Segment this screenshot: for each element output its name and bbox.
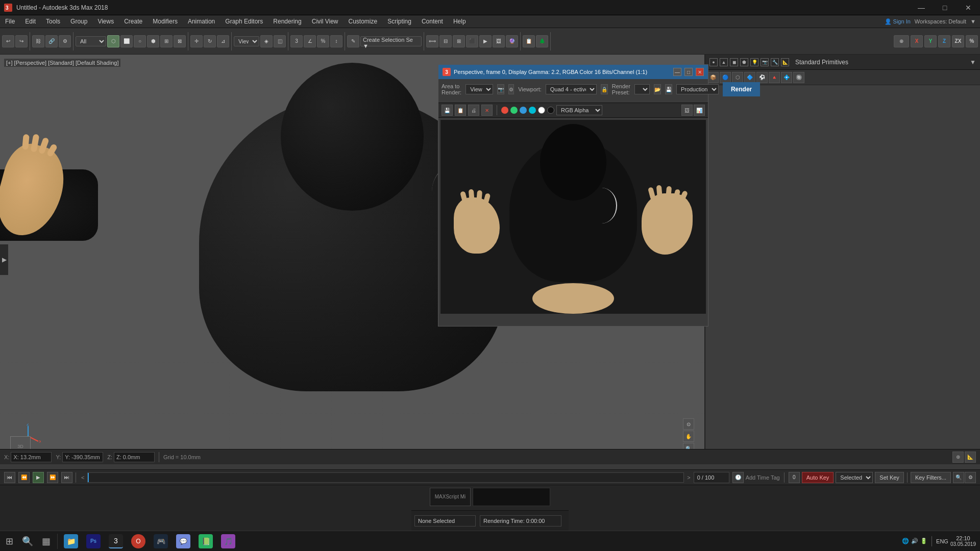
snap-angle[interactable]: ∠ <box>304 35 316 47</box>
workspaces-dropdown[interactable]: ▼ <box>970 18 976 24</box>
color-channel-white[interactable] <box>538 107 545 114</box>
menu-file[interactable]: File <box>0 15 20 28</box>
area-to-render-combo[interactable]: View <box>465 84 493 94</box>
icon-panel-btn-4[interactable]: 🔷 <box>744 72 755 83</box>
scene-explorer-btn[interactable]: 🌲 <box>536 35 548 47</box>
prim-icon-4[interactable]: ⬟ <box>740 58 748 66</box>
menu-edit[interactable]: Edit <box>20 15 41 28</box>
transform-gizmo[interactable]: ⊕ <box>894 35 909 47</box>
next-frame-btn[interactable]: ⏩ <box>47 472 58 483</box>
maxscript-input[interactable] <box>473 488 550 506</box>
render-preset-btn-1[interactable]: 📂 <box>654 84 661 94</box>
key-mode-btn[interactable]: 0 <box>789 472 800 483</box>
snap-spinner[interactable]: ↕ <box>330 35 342 47</box>
icon-panel-btn-8[interactable]: 🔘 <box>793 72 804 83</box>
timeline-track[interactable] <box>87 472 684 483</box>
search-taskbar-btn[interactable]: 🔍 <box>18 532 37 550</box>
bind-space-warp[interactable]: ⚙ <box>59 35 71 47</box>
render-print-icon[interactable]: 🖨 <box>468 105 479 116</box>
render-setup-btn[interactable]: ⬛ <box>466 35 478 47</box>
percent-snap[interactable]: % <box>966 35 978 47</box>
menu-customize[interactable]: Customize <box>344 15 383 28</box>
prim-icon-1[interactable]: ● <box>709 58 718 66</box>
taskbar-app-misc2[interactable]: 🎵 <box>217 532 239 550</box>
render-copy-icon[interactable]: 📋 <box>455 105 466 116</box>
render-save-icon[interactable]: 💾 <box>442 105 453 116</box>
color-channel-black[interactable] <box>547 107 554 114</box>
snap-percent[interactable]: % <box>317 35 329 47</box>
menu-modifiers[interactable]: Modifiers <box>148 15 183 28</box>
menu-content[interactable]: Content <box>416 15 448 28</box>
color-channel-cyan[interactable] <box>529 107 536 114</box>
select-region-fence[interactable]: ⬢ <box>147 35 159 47</box>
task-view-btn[interactable]: ▦ <box>37 532 55 550</box>
timeline-next-arrow[interactable]: > <box>687 474 690 481</box>
menu-group[interactable]: Group <box>65 15 92 28</box>
menu-graph-editors[interactable]: Graph Editors <box>220 15 268 28</box>
redo-button[interactable]: ↪ <box>15 35 28 47</box>
icon-panel-btn-2[interactable]: 🔵 <box>720 72 731 83</box>
select-object-tool[interactable]: ⬡ <box>107 35 119 47</box>
goto-start-btn[interactable]: ⏮ <box>4 472 15 483</box>
undo-button[interactable]: ↩ <box>2 35 14 47</box>
window-crossing[interactable]: ⊞ <box>160 35 173 47</box>
menu-tools[interactable]: Tools <box>41 15 65 28</box>
render-preset-btn-2[interactable]: 💾 <box>665 84 672 94</box>
set-key-btn[interactable]: Set Key <box>875 472 904 483</box>
selected-combo[interactable]: Selected <box>836 472 873 483</box>
axis-y[interactable]: Y <box>924 35 937 47</box>
transform-icon-1[interactable]: ⊕ <box>952 452 964 463</box>
auto-key-btn[interactable]: Auto Key <box>802 472 834 483</box>
minimize-button[interactable]: — <box>910 0 933 15</box>
align-btn[interactable]: ⊟ <box>439 35 452 47</box>
lock-icon[interactable]: 🔒 <box>601 84 608 94</box>
select-rotate-tool[interactable]: ↻ <box>204 35 216 47</box>
render-dialog-maximize[interactable]: □ <box>684 68 693 76</box>
prim-icon-2[interactable]: ▲ <box>720 58 728 66</box>
edit-named-selections[interactable]: ✎ <box>347 35 359 47</box>
viewport-combo[interactable]: Quad 4 - ective <box>546 84 597 94</box>
menu-help[interactable]: Help <box>448 15 471 28</box>
icon-panel-btn-5[interactable]: ⚽ <box>756 72 768 83</box>
create-selection-set-combo[interactable]: Create Selection Se ▼ <box>360 36 422 46</box>
menu-views[interactable]: Views <box>92 15 119 28</box>
crossing-mode[interactable]: ⊠ <box>174 35 186 47</box>
render-close-icon[interactable]: ✕ <box>481 105 493 116</box>
nav-orbit-btn[interactable]: ⊙ <box>683 418 694 430</box>
start-button[interactable]: ⊞ <box>0 532 18 550</box>
taskbar-app-browser[interactable]: O <box>127 532 150 550</box>
prim-icon-7[interactable]: 🔧 <box>771 58 779 66</box>
prim-icon-8[interactable]: 📐 <box>781 58 789 66</box>
unlink-tool[interactable]: 🔗 <box>45 35 58 47</box>
render-frame-btn[interactable]: 🖼 <box>493 35 505 47</box>
render-button[interactable]: Render <box>723 82 760 96</box>
select-scale-tool[interactable]: ⊿ <box>217 35 229 47</box>
render-area-btn-2[interactable]: ⚙ <box>508 84 514 94</box>
selection-filter-combo[interactable]: All <box>76 36 106 46</box>
menu-create[interactable]: Create <box>119 15 148 28</box>
play-btn[interactable]: ▶ <box>33 472 44 483</box>
menu-rendering[interactable]: Rendering <box>268 15 306 28</box>
slate-material-editor[interactable]: 🔮 <box>506 35 518 47</box>
menu-civil-view[interactable]: Civil View <box>307 15 344 28</box>
use-pivot-point[interactable]: ◈ <box>260 35 273 47</box>
render-preset-combo[interactable] <box>634 84 650 94</box>
color-channel-red[interactable] <box>501 107 508 114</box>
taskbar-app-steam[interactable]: 🎮 <box>150 532 172 550</box>
key-filters-btn[interactable]: Key Filters... <box>911 472 951 483</box>
select-region-circle[interactable]: ○ <box>134 35 146 47</box>
render-area-btn-1[interactable]: 📷 <box>497 84 504 94</box>
axis-x[interactable]: X <box>911 35 923 47</box>
taskbar-app-explorer[interactable]: 📁 <box>60 532 82 550</box>
prim-icon-5[interactable]: 💡 <box>750 58 758 66</box>
goto-end-btn[interactable]: ⏭ <box>61 472 72 483</box>
menu-animation[interactable]: Animation <box>183 15 220 28</box>
render-dialog-minimize[interactable]: — <box>673 68 681 76</box>
taskbar-app-discord[interactable]: 💬 <box>172 532 194 550</box>
color-channel-green[interactable] <box>510 107 518 114</box>
transform-icon-2[interactable]: 📐 <box>965 452 976 463</box>
quick-render-btn[interactable]: ▶ <box>479 35 492 47</box>
settings-btn[interactable]: ⚙ <box>965 472 976 483</box>
snap-2d[interactable]: 3 <box>290 35 303 47</box>
taskbar-app-3dsmax[interactable]: 3 <box>105 532 127 550</box>
